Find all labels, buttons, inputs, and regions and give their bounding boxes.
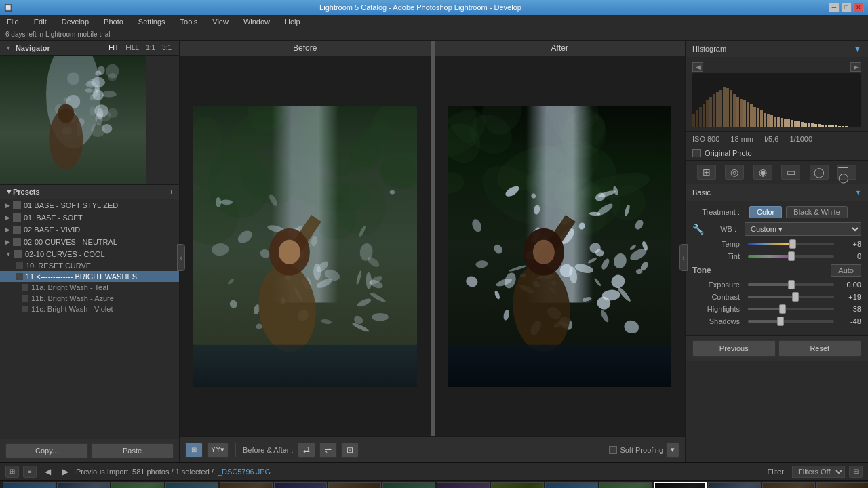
spot-removal-tool[interactable]: ◎ <box>725 165 744 180</box>
film-thumb-7[interactable] <box>328 482 381 488</box>
basic-panel-header[interactable]: Basic ▼ <box>686 184 868 201</box>
menu-file[interactable]: File <box>3 16 23 27</box>
presets-minus-btn[interactable]: − <box>161 188 165 196</box>
zoom-1to1-btn[interactable]: 1:1 <box>144 43 157 52</box>
basic-panel: Basic ▼ Treatment : Color Black & White … <box>686 184 868 336</box>
tint-slider-thumb[interactable] <box>788 251 795 261</box>
film-thumb-9[interactable]: ⊞ <box>437 482 490 488</box>
zoom-3to1-btn[interactable]: 3:1 <box>160 43 174 52</box>
highlights-slider[interactable] <box>748 308 834 310</box>
soft-proof-checkbox[interactable] <box>609 446 617 454</box>
color-treatment-btn[interactable]: Color <box>749 206 782 218</box>
film-thumb-selected[interactable]: ⊞ <box>654 482 707 488</box>
copy-settings-btn[interactable]: ⇌ <box>319 443 337 458</box>
histogram-collapse-arrow[interactable]: ▼ <box>854 45 861 53</box>
preset-group-header-1[interactable]: ▶ 01 BASE - SOFT STYLIZED <box>0 199 179 211</box>
film-thumb-1[interactable]: ⊞1 <box>3 482 56 488</box>
filter-options-btn[interactable]: ⊞ <box>849 466 863 478</box>
film-thumb-14[interactable] <box>708 482 761 488</box>
minimize-button[interactable]: ─ <box>829 3 840 12</box>
menu-tools[interactable]: Tools <box>176 16 202 27</box>
film-thumb-3[interactable] <box>111 482 164 488</box>
contrast-slider[interactable] <box>748 296 834 298</box>
paste-button[interactable]: Paste <box>91 443 174 458</box>
exposure-slider[interactable] <box>748 283 834 286</box>
after-panel: After <box>435 41 686 436</box>
reset-button[interactable]: Reset <box>778 340 862 357</box>
left-panel-collapse-arrow[interactable]: ‹ <box>177 244 185 271</box>
filter-select[interactable]: Filters Off <box>792 466 845 478</box>
film-thumb-8[interactable] <box>382 482 435 488</box>
presets-collapse-arrow[interactable]: ▼ <box>5 188 13 196</box>
filename[interactable]: _DSC5796.JPG <box>218 468 271 476</box>
film-thumb-4[interactable] <box>165 482 218 488</box>
adjustment-brush-tool[interactable]: —◯ <box>837 165 856 180</box>
eyedropper-icon[interactable]: 🔧 <box>692 224 704 235</box>
swap-btn[interactable]: ⇄ <box>298 443 315 458</box>
menu-view[interactable]: View <box>208 16 233 27</box>
exposure-slider-thumb[interactable] <box>788 280 795 289</box>
highlights-control-row: Highlights -38 <box>692 305 861 313</box>
previous-button[interactable]: Previous <box>692 340 776 357</box>
red-eye-tool[interactable]: ◉ <box>753 165 772 180</box>
presets-plus-btn[interactable]: + <box>170 188 174 196</box>
film-thumb-12[interactable] <box>599 482 652 488</box>
wb-select[interactable]: Custom ▾ <box>745 222 861 236</box>
graduated-filter-tool[interactable]: ▭ <box>781 165 800 180</box>
filmstrip-next-btn[interactable]: ▶ <box>58 466 72 478</box>
shadows-slider-thumb[interactable] <box>777 317 784 326</box>
preset-item-violet[interactable]: 11c. Bright Wash - Violet <box>0 304 179 314</box>
preset-group-header-3[interactable]: ▶ 02 BASE - VIVID <box>0 224 179 236</box>
film-thumb-6[interactable]: ⊞ <box>274 482 327 488</box>
histogram-black-clip-arrow[interactable]: ◀ <box>692 62 703 72</box>
filmstrip-prev-btn[interactable]: ◀ <box>41 466 54 478</box>
histogram-display <box>692 73 861 127</box>
soft-proof-dropdown[interactable]: ▾ <box>666 443 679 458</box>
zoom-fill-btn[interactable]: FILL <box>123 43 141 52</box>
presets-title: Presets <box>13 188 161 196</box>
histogram-white-clip-arrow[interactable]: ▶ <box>850 62 861 72</box>
menu-photo[interactable]: Photo <box>100 16 127 27</box>
menu-edit[interactable]: Edit <box>30 16 51 27</box>
preset-item-teal[interactable]: 11a. Bright Wash - Teal <box>0 282 179 293</box>
shadows-slider[interactable] <box>748 320 834 323</box>
swap-before-after-btn[interactable]: ⊡ <box>341 443 359 458</box>
radial-filter-tool[interactable]: ◯ <box>810 165 829 180</box>
right-panel-collapse-arrow[interactable]: › <box>679 244 688 271</box>
temp-slider[interactable] <box>748 243 834 245</box>
preset-item-azure[interactable]: 11b. Bright Wash - Azure <box>0 293 179 304</box>
yy-btn[interactable]: YY▾ <box>207 443 229 458</box>
crop-tool[interactable]: ⊞ <box>697 165 716 180</box>
preset-item-bright-washes[interactable]: 11 <------------- BRIGHT WASHES <box>0 271 179 282</box>
navigator-collapse-arrow[interactable]: ▼ <box>5 45 12 52</box>
film-thumb-15[interactable] <box>762 482 815 488</box>
menu-window[interactable]: Window <box>239 16 274 27</box>
temp-slider-thumb[interactable] <box>789 239 796 249</box>
copy-button[interactable]: Copy... <box>5 443 88 458</box>
preset-group-header-5[interactable]: ▼ 02-10 CURVES - COOL <box>0 248 179 260</box>
menu-settings[interactable]: Settings <box>134 16 170 27</box>
grid-view-btn[interactable]: ⊞ <box>185 443 203 458</box>
film-thumb-5[interactable] <box>220 482 273 488</box>
tint-slider[interactable] <box>748 255 834 258</box>
filmstrip-list-btn[interactable]: ≡ <box>23 466 37 478</box>
filmstrip-grid-btn[interactable]: ⊞ <box>5 466 19 478</box>
film-thumb-11[interactable] <box>545 482 598 488</box>
auto-tone-btn[interactable]: Auto <box>831 264 861 277</box>
close-button[interactable]: ✕ <box>853 3 864 12</box>
preset-item-reset-curve[interactable]: 10. RESET CURVE <box>0 260 179 271</box>
zoom-fit-btn[interactable]: FIT <box>106 43 121 52</box>
original-photo-checkbox[interactable] <box>692 149 701 157</box>
maximize-button[interactable]: □ <box>841 3 852 12</box>
preset-group-header-2[interactable]: ▶ 01. BASE - SOFT <box>0 211 179 224</box>
film-thumb-16[interactable] <box>816 482 868 488</box>
contrast-slider-thumb[interactable] <box>792 292 799 302</box>
preset-group-header-4[interactable]: ▶ 02-00 CURVES - NEUTRAL <box>0 236 179 248</box>
menu-develop[interactable]: Develop <box>58 16 93 27</box>
preset-group-label-2: 01. BASE - SOFT <box>24 214 83 222</box>
bw-treatment-btn[interactable]: Black & White <box>786 206 847 218</box>
film-thumb-10[interactable] <box>491 482 544 488</box>
highlights-slider-thumb[interactable] <box>779 304 786 314</box>
film-thumb-2[interactable] <box>57 482 110 488</box>
menu-help[interactable]: Help <box>281 16 304 27</box>
